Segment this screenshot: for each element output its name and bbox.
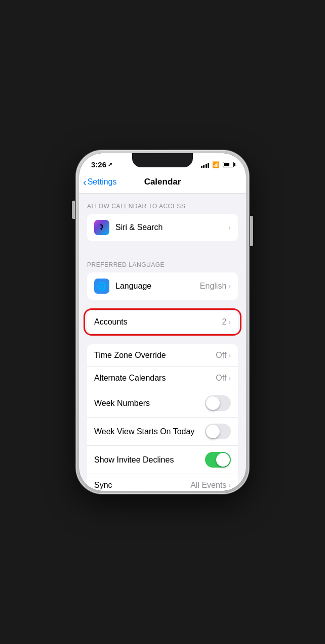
week-view-starts-row[interactable]: Week View Starts On Today xyxy=(87,417,238,445)
alternate-calendars-row[interactable]: Alternate Calendars Off › xyxy=(87,366,238,389)
week-view-starts-label: Week View Starts On Today xyxy=(94,427,205,436)
accounts-chevron-icon: › xyxy=(228,318,231,326)
sync-label: Sync xyxy=(94,481,190,490)
allow-access-group: 🎙 Siri & Search › xyxy=(87,214,238,241)
status-icons: 📶 xyxy=(201,161,234,168)
accounts-value: 2 xyxy=(222,317,226,327)
language-chevron-icon: › xyxy=(228,282,231,290)
location-icon: ➚ xyxy=(108,161,112,168)
status-time: 3:26 ➚ xyxy=(91,160,112,169)
page-title: Calendar xyxy=(144,177,181,187)
week-numbers-row[interactable]: Week Numbers xyxy=(87,389,238,417)
sync-value: All Events xyxy=(190,481,226,490)
language-group: 🌐 Language English › xyxy=(87,272,238,300)
accounts-row[interactable]: Accounts 2 › xyxy=(87,311,238,333)
notch xyxy=(132,153,193,167)
siri-icon: 🎙 xyxy=(94,220,109,235)
back-label: Settings xyxy=(88,177,117,187)
section-header-allow-access: ALLOW CALENDAR TO ACCESS xyxy=(79,194,246,214)
week-view-starts-toggle[interactable] xyxy=(205,424,231,439)
show-invitee-declines-row[interactable]: Show Invitee Declines xyxy=(87,445,238,474)
toggle-knob-3 xyxy=(216,453,230,467)
timezone-chevron-icon: › xyxy=(228,351,231,359)
alternate-calendars-label: Alternate Calendars xyxy=(94,374,216,383)
sync-chevron-icon: › xyxy=(228,481,231,489)
siri-chevron-icon: › xyxy=(228,223,231,232)
phone-inner: 3:26 ➚ 📶 xyxy=(79,153,246,491)
toggle-knob-2 xyxy=(206,425,220,438)
language-row[interactable]: 🌐 Language English › xyxy=(87,272,238,300)
timezone-override-label: Time Zone Override xyxy=(94,351,216,360)
timezone-override-value: Off xyxy=(216,351,226,360)
show-invitee-declines-label: Show Invitee Declines xyxy=(94,455,205,465)
show-invitee-declines-toggle[interactable] xyxy=(205,452,231,468)
screen: 3:26 ➚ 📶 xyxy=(79,153,246,491)
time-display: 3:26 xyxy=(91,160,106,169)
sync-row[interactable]: Sync All Events › xyxy=(87,474,238,491)
section-header-language: PREFERRED LANGUAGE xyxy=(79,252,246,272)
phone-frame: 3:26 ➚ 📶 xyxy=(76,150,249,494)
language-value: English xyxy=(200,282,226,291)
alternate-calendars-chevron-icon: › xyxy=(228,374,231,382)
siri-search-label: Siri & Search xyxy=(115,223,228,232)
scroll-content[interactable]: ALLOW CALENDAR TO ACCESS 🎙 Siri & Search… xyxy=(79,194,246,491)
back-button[interactable]: ‹ Settings xyxy=(83,176,116,188)
timezone-override-row[interactable]: Time Zone Override Off › xyxy=(87,344,238,366)
wifi-icon: 📶 xyxy=(212,161,220,168)
signal-bars xyxy=(201,162,210,168)
accounts-group: Accounts 2 › xyxy=(87,311,238,333)
language-icon: 🌐 xyxy=(94,279,109,294)
toggle-knob xyxy=(206,396,220,410)
back-chevron-icon: ‹ xyxy=(83,176,87,188)
alternate-calendars-value: Off xyxy=(216,374,226,383)
language-label: Language xyxy=(115,282,200,291)
siri-search-row[interactable]: 🎙 Siri & Search › xyxy=(87,214,238,241)
week-numbers-toggle[interactable] xyxy=(205,395,231,411)
calendar-settings-group: Time Zone Override Off › Alternate Calen… xyxy=(87,344,238,491)
nav-bar: ‹ Settings Calendar xyxy=(79,172,246,194)
accounts-label: Accounts xyxy=(94,317,222,327)
week-numbers-label: Week Numbers xyxy=(94,399,205,408)
battery-icon xyxy=(223,162,234,167)
